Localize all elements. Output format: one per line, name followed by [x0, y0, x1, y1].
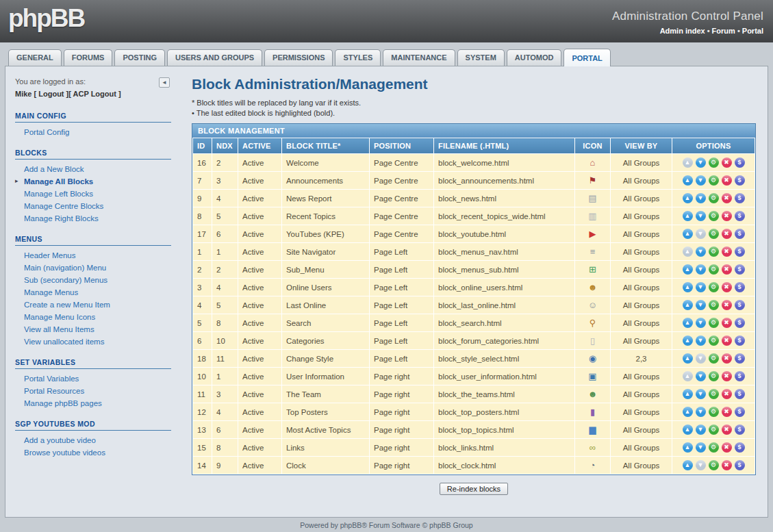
block-move-down-button[interactable]: ▼: [696, 246, 706, 257]
header-link-forum[interactable]: Forum: [712, 27, 735, 35]
block-delete-button[interactable]: ✖: [722, 157, 732, 168]
sidebar-collapse-button[interactable]: ◄: [159, 77, 170, 88]
block-permissions-button[interactable]: $: [735, 442, 745, 453]
block-delete-button[interactable]: ✖: [722, 407, 732, 417]
sidebar-item-view-all-menu-items[interactable]: View all Menu Items: [15, 323, 171, 335]
block-move-down-button[interactable]: ▼: [696, 407, 706, 417]
block-move-up-button[interactable]: ▲: [683, 442, 693, 453]
block-move-down-button[interactable]: ▼: [696, 442, 706, 453]
block-move-up-button[interactable]: ▲: [683, 175, 693, 186]
sidebar-item-manage-menu-icons[interactable]: Manage Menu Icons: [15, 311, 171, 323]
block-edit-button[interactable]: ⚙: [709, 389, 719, 399]
block-permissions-button[interactable]: $: [735, 460, 745, 470]
tab-permissions[interactable]: PERMISSIONS: [264, 49, 333, 66]
sidebar-item-manage-centre-blocks[interactable]: Manage Centre Blocks: [15, 200, 171, 212]
tab-forums[interactable]: FORUMS: [64, 49, 113, 66]
sidebar-item-manage-phpbb-pages[interactable]: Manage phpBB pages: [15, 397, 171, 409]
block-move-up-button[interactable]: ▲: [683, 425, 693, 435]
block-delete-button[interactable]: ✖: [722, 318, 732, 328]
sidebar-item-manage-right-blocks[interactable]: Manage Right Blocks: [15, 212, 171, 225]
sidebar-item-create-a-new-menu-item[interactable]: Create a new Menu Item: [15, 299, 171, 311]
block-permissions-button[interactable]: $: [735, 425, 745, 435]
tab-system[interactable]: SYSTEM: [457, 49, 505, 66]
block-delete-button[interactable]: ✖: [722, 264, 732, 275]
block-permissions-button[interactable]: $: [735, 353, 745, 364]
block-edit-button[interactable]: ⚙: [709, 335, 719, 346]
header-link-admin-index[interactable]: Admin index: [660, 27, 705, 35]
block-delete-button[interactable]: ✖: [722, 442, 732, 453]
block-edit-button[interactable]: ⚙: [709, 425, 719, 435]
block-edit-button[interactable]: ⚙: [709, 246, 719, 257]
block-move-up-button[interactable]: ▲: [683, 300, 693, 310]
block-edit-button[interactable]: ⚙: [709, 318, 719, 328]
header-link-portal[interactable]: Portal: [742, 27, 763, 35]
block-move-up-button[interactable]: ▲: [683, 318, 693, 328]
block-permissions-button[interactable]: $: [735, 175, 745, 186]
sidebar-item-browse-youtube-videos[interactable]: Browse youtube videos: [15, 446, 171, 459]
block-edit-button[interactable]: ⚙: [709, 353, 719, 364]
block-move-down-button[interactable]: ▼: [696, 193, 706, 203]
block-move-down-button[interactable]: ▼: [696, 157, 706, 168]
block-edit-button[interactable]: ⚙: [709, 442, 719, 453]
block-permissions-button[interactable]: $: [735, 246, 745, 257]
block-permissions-button[interactable]: $: [735, 300, 745, 310]
block-edit-button[interactable]: ⚙: [709, 460, 719, 470]
sidebar-item-portal-resources[interactable]: Portal Resources: [15, 385, 171, 397]
block-permissions-button[interactable]: $: [735, 193, 745, 203]
block-delete-button[interactable]: ✖: [722, 425, 732, 435]
sidebar-item-manage-left-blocks[interactable]: Manage Left Blocks: [15, 188, 171, 200]
sidebar-item-manage-menus[interactable]: Manage Menus: [15, 286, 171, 299]
block-delete-button[interactable]: ✖: [722, 193, 732, 203]
block-move-up-button[interactable]: ▲: [683, 282, 693, 292]
block-move-up-button[interactable]: ▲: [683, 353, 693, 364]
block-edit-button[interactable]: ⚙: [709, 157, 719, 168]
block-permissions-button[interactable]: $: [735, 229, 745, 239]
sidebar-item-view-unallocated-items[interactable]: View unallocated items: [15, 335, 171, 348]
block-move-up-button[interactable]: ▲: [683, 389, 693, 399]
logout-link[interactable]: [ Logout ]: [34, 90, 69, 98]
block-delete-button[interactable]: ✖: [722, 335, 732, 346]
block-edit-button[interactable]: ⚙: [709, 264, 719, 275]
block-permissions-button[interactable]: $: [735, 335, 745, 346]
sidebar-item-portal-config[interactable]: Portal Config: [15, 126, 171, 138]
tab-portal[interactable]: PORTAL: [563, 49, 610, 66]
block-move-down-button[interactable]: ▼: [696, 371, 706, 381]
block-delete-button[interactable]: ✖: [722, 246, 732, 257]
acp-logout-link[interactable]: [ ACP Logout ]: [68, 90, 121, 98]
block-permissions-button[interactable]: $: [735, 389, 745, 399]
block-delete-button[interactable]: ✖: [722, 371, 732, 381]
sidebar-item-add-a-new-block[interactable]: Add a New Block: [15, 163, 171, 175]
block-move-down-button[interactable]: ▼: [696, 175, 706, 186]
block-edit-button[interactable]: ⚙: [709, 371, 719, 381]
tab-users-and-groups[interactable]: USERS AND GROUPS: [167, 49, 262, 66]
sidebar-item-sub-secondary-menus[interactable]: Sub (secondary) Menus: [15, 274, 171, 286]
block-move-down-button[interactable]: ▼: [696, 300, 706, 310]
block-move-up-button[interactable]: ▲: [683, 211, 693, 221]
block-edit-button[interactable]: ⚙: [709, 282, 719, 292]
block-delete-button[interactable]: ✖: [722, 353, 732, 364]
block-move-up-button[interactable]: ▲: [683, 229, 693, 239]
block-permissions-button[interactable]: $: [735, 371, 745, 381]
tab-maintenance[interactable]: MAINTENANCE: [383, 49, 455, 66]
sidebar-item-main-navigation-menu[interactable]: Main (navigation) Menu: [15, 262, 171, 274]
block-move-up-button[interactable]: ▲: [683, 193, 693, 203]
tab-styles[interactable]: STYLES: [335, 49, 381, 66]
sidebar-item-manage-all-blocks[interactable]: ▸Manage All Blocks: [15, 175, 171, 188]
block-move-down-button[interactable]: ▼: [696, 425, 706, 435]
block-edit-button[interactable]: ⚙: [709, 300, 719, 310]
block-move-down-button[interactable]: ▼: [696, 335, 706, 346]
block-permissions-button[interactable]: $: [735, 211, 745, 221]
block-move-up-button[interactable]: ▲: [683, 407, 693, 417]
block-delete-button[interactable]: ✖: [722, 282, 732, 292]
tab-posting[interactable]: POSTING: [114, 49, 165, 66]
sidebar-item-add-a-youtube-video[interactable]: Add a youtube video: [15, 434, 171, 446]
block-edit-button[interactable]: ⚙: [709, 175, 719, 186]
block-move-down-button[interactable]: ▼: [696, 211, 706, 221]
block-move-down-button[interactable]: ▼: [696, 318, 706, 328]
block-delete-button[interactable]: ✖: [722, 300, 732, 310]
block-move-down-button[interactable]: ▼: [696, 282, 706, 292]
reindex-button[interactable]: Re-index blocks: [440, 483, 508, 495]
block-permissions-button[interactable]: $: [735, 157, 745, 168]
block-edit-button[interactable]: ⚙: [709, 407, 719, 417]
tab-automod[interactable]: AUTOMOD: [507, 49, 562, 66]
